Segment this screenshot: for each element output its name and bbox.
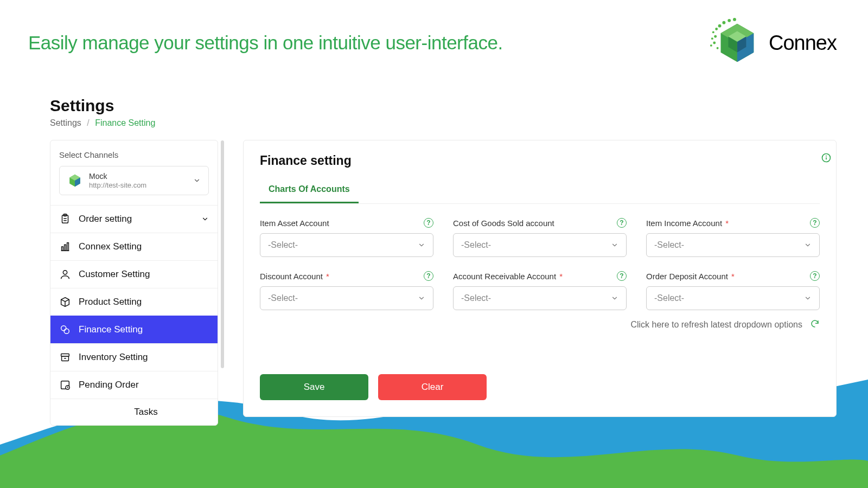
field-discount-account: Discount Account * ? -Select- bbox=[260, 271, 433, 310]
svg-point-38 bbox=[826, 156, 827, 157]
select-value: -Select- bbox=[654, 293, 684, 303]
svg-rect-27 bbox=[67, 242, 69, 251]
panel-title: Finance setting bbox=[260, 153, 820, 168]
pending-icon bbox=[59, 379, 71, 391]
field-order-deposit-account: Order Deposit Account * ? -Select- bbox=[646, 271, 820, 310]
chevron-down-icon bbox=[201, 215, 209, 223]
svg-point-4 bbox=[714, 35, 717, 38]
field-item-asset-account: Item Asset Account ? -Select- bbox=[260, 218, 433, 257]
help-icon[interactable]: ? bbox=[810, 218, 820, 228]
sidebar-item-product-setting[interactable]: Product Setting bbox=[50, 288, 218, 316]
tab-charts-of-accounts[interactable]: Charts Of Accounts bbox=[260, 179, 359, 203]
clear-button[interactable]: Clear bbox=[378, 374, 487, 400]
archive-icon bbox=[59, 351, 71, 363]
select-value: -Select- bbox=[461, 240, 491, 250]
chevron-down-icon bbox=[418, 241, 425, 249]
channel-url: http://test-site.com bbox=[89, 181, 146, 189]
select-value: -Select- bbox=[654, 240, 684, 250]
marketing-tagline: Easily manage your settings in one intui… bbox=[28, 32, 503, 54]
sidebar-item-label: Product Setting bbox=[79, 297, 142, 307]
refresh-icon[interactable] bbox=[810, 319, 820, 331]
accounts-form: Item Asset Account ? -Select- Cost of Go… bbox=[260, 218, 820, 310]
svg-rect-25 bbox=[62, 247, 63, 251]
select-ar-account[interactable]: -Select- bbox=[453, 286, 627, 310]
brand-logo-icon bbox=[708, 16, 761, 69]
chevron-down-icon bbox=[611, 241, 618, 249]
field-ar-account: Account Receivable Account * ? -Select- bbox=[453, 271, 627, 310]
svg-point-30 bbox=[64, 329, 69, 333]
breadcrumb-root[interactable]: Settings bbox=[50, 118, 81, 127]
svg-point-0 bbox=[712, 31, 714, 33]
select-cogs-account[interactable]: -Select- bbox=[453, 233, 627, 257]
svg-point-6 bbox=[722, 21, 725, 24]
box-icon bbox=[59, 296, 71, 308]
sidebar-item-tasks[interactable]: Tasks bbox=[50, 399, 218, 425]
sidebar-item-finance-setting[interactable]: Finance Setting bbox=[50, 316, 218, 343]
svg-point-3 bbox=[711, 37, 713, 40]
channel-icon bbox=[67, 173, 82, 188]
help-icon[interactable]: ? bbox=[424, 271, 433, 281]
breadcrumb-current: Finance Setting bbox=[95, 118, 155, 127]
page-title: Settings bbox=[50, 97, 837, 115]
sidebar-item-label: Finance Setting bbox=[79, 324, 143, 335]
chevron-down-icon bbox=[804, 241, 812, 249]
sidebar-item-label: Pending Order bbox=[79, 380, 139, 390]
save-button[interactable]: Save bbox=[260, 374, 368, 400]
chart-icon bbox=[59, 241, 71, 253]
select-value: -Select- bbox=[268, 293, 298, 303]
field-cogs-account: Cost of Goods Sold account ? -Select- bbox=[453, 218, 627, 257]
sidebar-item-label: Customer Setting bbox=[79, 269, 150, 280]
svg-point-2 bbox=[718, 24, 722, 28]
finance-setting-panel: Finance setting Charts Of Accounts Item … bbox=[243, 140, 837, 417]
svg-point-5 bbox=[710, 44, 712, 47]
field-item-income-account: Item Income Account * ? -Select- bbox=[646, 218, 820, 257]
svg-point-28 bbox=[63, 270, 67, 274]
sidebar-item-label: Connex Setting bbox=[79, 241, 142, 252]
refresh-dropdown-link[interactable]: Click here to refresh latest dropdown op… bbox=[630, 320, 802, 330]
svg-rect-26 bbox=[65, 245, 66, 251]
field-label: Cost of Goods Sold account bbox=[453, 219, 554, 228]
settings-sidebar: Select Channels Mock http://test-site.co… bbox=[50, 140, 218, 426]
select-value: -Select- bbox=[268, 240, 298, 250]
help-icon[interactable]: ? bbox=[617, 271, 627, 281]
brand: Connex bbox=[708, 16, 837, 69]
sidebar-item-inventory-setting[interactable]: Inventory Setting bbox=[50, 343, 218, 371]
help-icon[interactable]: ? bbox=[617, 218, 627, 228]
sidebar-nav: Order setting Connex Setting Customer Se… bbox=[50, 205, 218, 425]
svg-point-7 bbox=[727, 19, 731, 22]
chevron-down-icon bbox=[193, 177, 201, 184]
help-icon[interactable]: ? bbox=[810, 271, 820, 281]
field-label: Account Receivable Account bbox=[453, 272, 556, 281]
svg-point-8 bbox=[733, 18, 736, 21]
select-item-income-account[interactable]: -Select- bbox=[646, 233, 820, 257]
select-item-asset-account[interactable]: -Select- bbox=[260, 233, 433, 257]
sidebar-item-label: Order setting bbox=[79, 214, 132, 224]
finance-icon bbox=[59, 324, 71, 336]
sidebar-item-customer-setting[interactable]: Customer Setting bbox=[50, 260, 218, 288]
chevron-down-icon bbox=[418, 294, 425, 302]
clipboard-icon bbox=[59, 213, 71, 225]
select-order-deposit-account[interactable]: -Select- bbox=[646, 286, 820, 310]
svg-point-1 bbox=[715, 28, 718, 30]
user-icon bbox=[59, 268, 71, 280]
sidebar-item-label: Inventory Setting bbox=[79, 352, 148, 363]
select-value: -Select- bbox=[461, 293, 491, 303]
sidebar-item-pending-order[interactable]: Pending Order bbox=[50, 371, 218, 399]
help-icon[interactable]: ? bbox=[424, 218, 433, 228]
svg-point-9 bbox=[713, 42, 716, 44]
chevron-down-icon bbox=[804, 294, 812, 302]
sidebar-item-order-setting[interactable]: Order setting bbox=[50, 205, 218, 233]
sidebar-item-connex-setting[interactable]: Connex Setting bbox=[50, 233, 218, 260]
select-discount-account[interactable]: -Select- bbox=[260, 286, 433, 310]
field-label: Order Deposit Account bbox=[646, 272, 728, 281]
info-icon[interactable] bbox=[821, 152, 832, 165]
marketing-header: Easily manage your settings in one intui… bbox=[0, 0, 868, 75]
field-label: Item Asset Account bbox=[260, 219, 329, 228]
breadcrumb: Settings / Finance Setting bbox=[50, 118, 837, 128]
brand-name: Connex bbox=[769, 31, 837, 55]
channel-selector[interactable]: Mock http://test-site.com bbox=[59, 166, 209, 195]
field-label: Discount Account bbox=[260, 272, 323, 281]
channel-name: Mock bbox=[89, 172, 146, 181]
chevron-down-icon bbox=[611, 294, 618, 302]
svg-point-10 bbox=[717, 47, 719, 49]
